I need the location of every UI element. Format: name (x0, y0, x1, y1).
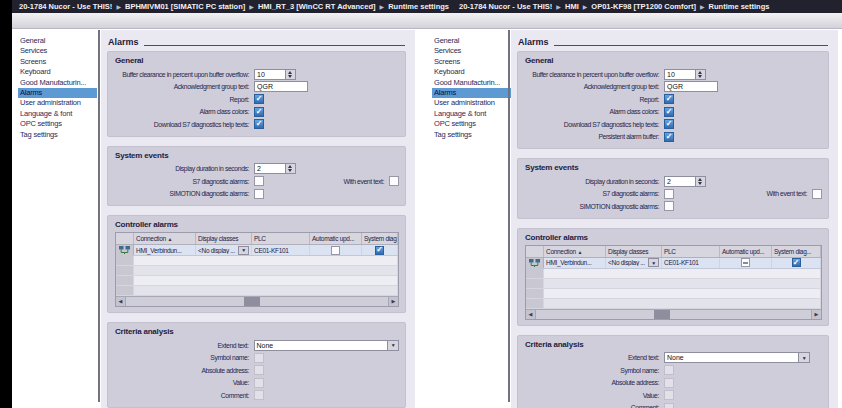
h-scrollbar[interactable]: ◀ ▶ (116, 296, 398, 306)
breadcrumb-item[interactable]: OP01-KF98 [TP1200 Comfort] (591, 2, 696, 11)
buffer-clearance-value[interactable]: 10 (665, 70, 695, 79)
dropdown-icon[interactable]: ▼ (238, 246, 249, 255)
nav-user-administration[interactable]: User administration (432, 98, 511, 108)
nav-tag-settings[interactable]: Tag settings (432, 130, 511, 140)
spinner-buttons[interactable] (695, 177, 705, 186)
persistent-alarm-buffer-checkbox[interactable] (664, 132, 674, 142)
col-connection[interactable]: Connection ▲ (134, 233, 196, 244)
dropdown-icon[interactable]: ▼ (648, 258, 659, 267)
breadcrumb-item[interactable]: HMI (565, 2, 579, 11)
value-checkbox[interactable] (664, 390, 674, 400)
empty-table-row[interactable] (526, 279, 821, 289)
nav-services[interactable]: Services (432, 46, 511, 56)
nav-general[interactable]: General (18, 36, 97, 46)
extend-text-value[interactable]: None (255, 341, 387, 350)
spinner-buttons[interactable] (695, 70, 705, 79)
report-checkbox[interactable] (664, 94, 674, 104)
with-event-text-checkbox[interactable] (389, 176, 399, 186)
nav-alarms[interactable]: Alarms (432, 88, 511, 98)
simotion-diagnostic-alarms-checkbox[interactable] (664, 201, 674, 211)
empty-table-row[interactable] (526, 299, 821, 309)
col-automatic-update[interactable]: Automatic upd... (720, 246, 772, 257)
symbol-name-checkbox[interactable] (254, 353, 264, 363)
spin-down-icon[interactable] (696, 74, 705, 79)
splitter[interactable] (508, 30, 510, 402)
scroll-right-icon[interactable]: ▶ (388, 297, 398, 306)
nav-language-font[interactable]: Language & font (432, 109, 511, 119)
value-checkbox[interactable] (254, 378, 264, 388)
spinner-buttons[interactable] (285, 164, 295, 173)
download-s7-help-checkbox[interactable] (254, 119, 264, 129)
simotion-diagnostic-alarms-checkbox[interactable] (254, 189, 264, 199)
spinner-buttons[interactable] (285, 70, 295, 79)
scroll-left-icon[interactable]: ◀ (526, 310, 536, 319)
ack-group-text-input[interactable]: QGR (664, 81, 718, 92)
row-selector-header[interactable] (116, 233, 134, 244)
alarm-class-colors-checkbox[interactable] (254, 107, 264, 117)
row-selector-header[interactable] (526, 246, 544, 257)
nav-alarms[interactable]: Alarms (18, 88, 97, 98)
splitter[interactable] (98, 30, 100, 402)
breadcrumb-item[interactable]: 20-1784 Nucor - Use THIS! (459, 2, 552, 11)
report-checkbox[interactable] (254, 94, 264, 104)
s7-diagnostic-alarms-checkbox[interactable] (254, 176, 264, 186)
table-row[interactable]: HMI_Verbindun... <No display ... ▼ CE01-… (526, 258, 821, 269)
nav-good-manufacturing[interactable]: Good Manufacturin... (432, 78, 511, 88)
nav-good-manufacturing[interactable]: Good Manufacturin... (18, 78, 97, 88)
nav-user-administration[interactable]: User administration (18, 98, 97, 108)
with-event-text-checkbox[interactable] (812, 189, 822, 199)
download-s7-help-checkbox[interactable] (664, 119, 674, 129)
col-display-classes[interactable]: Display classes (196, 233, 252, 244)
s7-diagnostic-alarms-checkbox[interactable] (664, 189, 674, 199)
display-classes-cell[interactable]: <No display ... ▼ (196, 245, 252, 255)
plc-cell[interactable]: CE01-KF101 (252, 245, 310, 255)
display-duration-value[interactable]: 2 (665, 177, 695, 186)
nav-keyboard[interactable]: Keyboard (432, 67, 511, 77)
symbol-name-checkbox[interactable] (664, 365, 674, 375)
nav-tag-settings[interactable]: Tag settings (18, 130, 97, 140)
empty-table-row[interactable] (116, 256, 398, 266)
buffer-clearance-spinner[interactable]: 10 (664, 69, 706, 80)
display-classes-cell[interactable]: <No display ... ▼ (606, 258, 662, 268)
breadcrumb-item[interactable]: Runtime settings (388, 2, 449, 11)
empty-table-row[interactable] (526, 269, 821, 279)
extend-text-value[interactable]: None (665, 353, 798, 362)
extend-text-select[interactable]: None ▼ (254, 340, 399, 351)
auto-update-checkbox[interactable] (741, 258, 750, 267)
table-row[interactable]: HMI_Verbindun... <No display ... ▼ CE01-… (116, 245, 398, 256)
connection-cell[interactable]: HMI_Verbindun... (134, 245, 196, 255)
nav-opc-settings[interactable]: OPC settings (18, 119, 97, 129)
buffer-clearance-value[interactable]: 10 (255, 70, 285, 79)
scroll-thumb[interactable] (244, 297, 260, 306)
nav-language-font[interactable]: Language & font (18, 109, 97, 119)
scroll-left-icon[interactable]: ◀ (116, 297, 126, 306)
sys-diag-checkbox[interactable] (792, 258, 801, 267)
auto-update-cell[interactable] (310, 245, 362, 255)
nav-services[interactable]: Services (18, 46, 97, 56)
col-system-diagnostics[interactable]: System diag... (362, 233, 398, 244)
empty-table-row[interactable] (116, 266, 398, 276)
dropdown-icon[interactable]: ▼ (798, 353, 809, 362)
connection-cell[interactable]: HMI_Verbindun... (544, 258, 606, 268)
scroll-right-icon[interactable]: ▶ (811, 310, 821, 319)
empty-table-row[interactable] (526, 289, 821, 299)
col-automatic-update[interactable]: Automatic upd... (310, 233, 362, 244)
scroll-thumb[interactable] (654, 310, 670, 319)
sys-diag-cell[interactable] (362, 245, 398, 255)
col-plc[interactable]: PLC (662, 246, 720, 257)
empty-table-row[interactable] (116, 276, 398, 286)
spin-down-icon[interactable] (696, 181, 705, 186)
comment-checkbox[interactable] (254, 390, 264, 400)
absolute-address-checkbox[interactable] (664, 378, 674, 388)
col-system-diagnostics[interactable]: System diag... (772, 246, 821, 257)
display-duration-value[interactable]: 2 (255, 164, 285, 173)
col-display-classes[interactable]: Display classes (606, 246, 662, 257)
col-plc[interactable]: PLC (252, 233, 310, 244)
display-duration-spinner[interactable]: 2 (664, 176, 706, 187)
spin-down-icon[interactable] (286, 169, 295, 174)
ack-group-text-input[interactable]: QGR (254, 81, 308, 92)
sys-diag-checkbox[interactable] (375, 246, 384, 255)
extend-text-select[interactable]: None ▼ (664, 352, 810, 363)
auto-update-cell[interactable] (720, 258, 772, 268)
breadcrumb-item[interactable]: HMI_RT_3 [WinCC RT Advanced] (258, 2, 376, 11)
